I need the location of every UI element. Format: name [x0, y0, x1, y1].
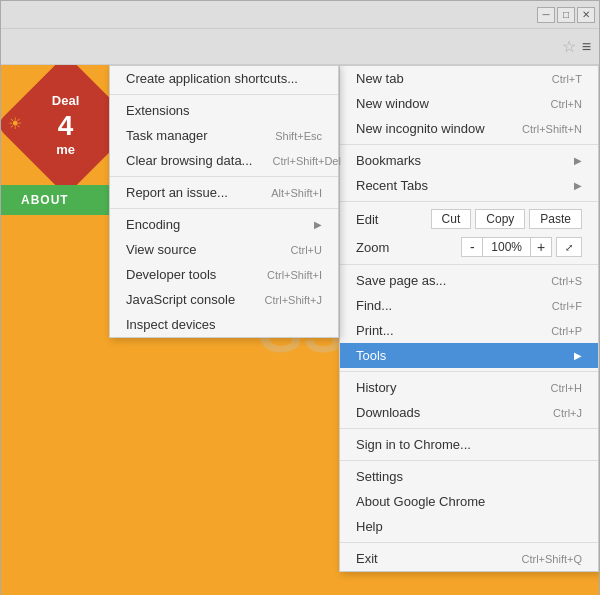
tools-item-report[interactable]: Report an issue... Alt+Shift+I: [110, 180, 338, 205]
tools-separator-2: [110, 176, 338, 177]
logo-sun-icon: ☀: [8, 114, 22, 133]
menu-recent-tabs[interactable]: Recent Tabs ▶: [340, 173, 598, 198]
tools-item-create-shortcuts[interactable]: Create application shortcuts...: [110, 66, 338, 91]
tools-item-task-manager[interactable]: Task manager Shift+Esc: [110, 123, 338, 148]
paste-button[interactable]: Paste: [529, 209, 582, 229]
menu-new-tab[interactable]: New tab Ctrl+T: [340, 66, 598, 91]
zoom-row: Zoom - 100% + ⤢: [340, 233, 598, 261]
recent-tabs-arrow: ▶: [574, 180, 582, 191]
menu-new-incognito[interactable]: New incognito window Ctrl+Shift+N: [340, 116, 598, 141]
bookmark-icon[interactable]: ☆: [562, 37, 576, 56]
encoding-arrow: ▶: [314, 219, 322, 230]
edit-label: Edit: [356, 212, 427, 227]
menu-bookmarks[interactable]: Bookmarks ▶: [340, 148, 598, 173]
close-button[interactable]: ✕: [577, 7, 595, 23]
logo-deal: Deal: [52, 93, 79, 109]
menu-new-window[interactable]: New window Ctrl+N: [340, 91, 598, 116]
menu-about[interactable]: About Google Chrome: [340, 489, 598, 514]
tools-submenu: Create application shortcuts... Extensio…: [109, 65, 339, 338]
cut-button[interactable]: Cut: [431, 209, 472, 229]
browser-window: ─ □ ✕ ☆ ≡ ★ Deal 4 me ☀: [0, 0, 600, 595]
tools-item-view-source[interactable]: View source Ctrl+U: [110, 237, 338, 262]
nav-about[interactable]: ABOUT: [21, 193, 69, 207]
maximize-button[interactable]: □: [557, 7, 575, 23]
window-controls: ─ □ ✕: [537, 7, 595, 23]
menu-print[interactable]: Print... Ctrl+P: [340, 318, 598, 343]
logo-area: ★ Deal 4 me ☀: [16, 75, 116, 175]
minimize-button[interactable]: ─: [537, 7, 555, 23]
menu-sign-in[interactable]: Sign in to Chrome...: [340, 432, 598, 457]
menu-find[interactable]: Find... Ctrl+F: [340, 293, 598, 318]
tools-item-extensions[interactable]: Extensions: [110, 98, 338, 123]
separator-3: [340, 264, 598, 265]
copy-button[interactable]: Copy: [475, 209, 525, 229]
logo-me: me: [52, 142, 79, 158]
title-bar: ─ □ ✕: [1, 1, 599, 29]
menu-exit[interactable]: Exit Ctrl+Shift+Q: [340, 546, 598, 571]
zoom-in-button[interactable]: +: [530, 237, 552, 257]
separator-7: [340, 542, 598, 543]
separator-6: [340, 460, 598, 461]
zoom-label: Zoom: [356, 240, 461, 255]
menu-help[interactable]: Help: [340, 514, 598, 539]
main-dropdown-menu: New tab Ctrl+T New window Ctrl+N New inc…: [339, 65, 599, 572]
bookmarks-arrow: ▶: [574, 155, 582, 166]
separator-2: [340, 201, 598, 202]
content-area: ★ Deal 4 me ☀ ABOUT CONTACT GS Cr: [1, 65, 599, 595]
browser-toolbar: ☆ ≡: [1, 29, 599, 65]
separator-1: [340, 144, 598, 145]
zoom-fullscreen-button[interactable]: ⤢: [556, 237, 582, 257]
menu-history[interactable]: History Ctrl+H: [340, 375, 598, 400]
menu-save-page[interactable]: Save page as... Ctrl+S: [340, 268, 598, 293]
tools-item-encoding[interactable]: Encoding ▶: [110, 212, 338, 237]
tools-item-clear-browsing[interactable]: Clear browsing data... Ctrl+Shift+Del: [110, 148, 338, 173]
menu-tools[interactable]: Tools ▶: [340, 343, 598, 368]
tools-item-dev-tools[interactable]: Developer tools Ctrl+Shift+I: [110, 262, 338, 287]
menu-downloads[interactable]: Downloads Ctrl+J: [340, 400, 598, 425]
tools-item-inspect-devices[interactable]: Inspect devices: [110, 312, 338, 337]
separator-5: [340, 428, 598, 429]
separator-4: [340, 371, 598, 372]
chrome-menu-icon[interactable]: ≡: [582, 38, 591, 56]
tools-separator-1: [110, 94, 338, 95]
menu-settings[interactable]: Settings: [340, 464, 598, 489]
tools-arrow: ▶: [574, 350, 582, 361]
zoom-out-button[interactable]: -: [461, 237, 483, 257]
logo-text: Deal 4 me: [52, 93, 79, 158]
edit-row: Edit Cut Copy Paste: [340, 205, 598, 233]
tools-item-js-console[interactable]: JavaScript console Ctrl+Shift+J: [110, 287, 338, 312]
zoom-value: 100%: [483, 237, 530, 257]
tools-separator-3: [110, 208, 338, 209]
logo-number: 4: [52, 108, 79, 142]
